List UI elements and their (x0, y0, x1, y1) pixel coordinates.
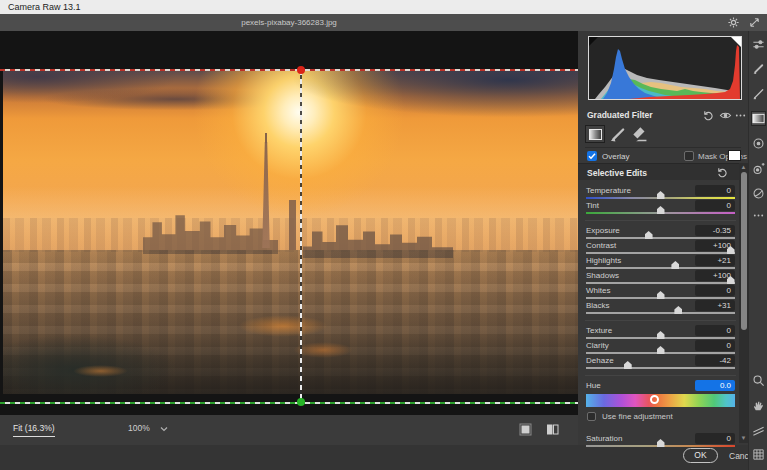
reset-icon[interactable] (702, 109, 715, 122)
saturation-slider-track[interactable] (586, 445, 735, 447)
straighten-tool-icon[interactable] (752, 424, 765, 437)
slider-thumb[interactable] (624, 361, 632, 369)
scroll-up-arrow-icon[interactable]: ▲ (740, 164, 747, 171)
hue-slider-strip[interactable] (586, 394, 735, 407)
graduated-filter-end-line[interactable] (0, 402, 578, 404)
shadow-clipping-indicator-icon[interactable] (589, 37, 598, 46)
photo-light-streak (293, 342, 353, 358)
photo-tower-antenna (265, 133, 267, 143)
camera-raw-window: Camera Raw 13.1 pexels-pixabay-366283.jp… (0, 0, 767, 470)
saturation-value-field[interactable]: 0 (695, 433, 735, 444)
slider-thumb[interactable] (674, 306, 682, 314)
slider-thumb[interactable] (657, 191, 665, 199)
slider-track[interactable] (586, 297, 735, 299)
slider-track[interactable] (586, 252, 735, 254)
slider-track[interactable] (586, 282, 735, 284)
zoom-fit-button[interactable]: Fit (16.3%) (13, 423, 55, 437)
graduated-filter-start-line[interactable] (0, 69, 578, 71)
slider-thumb[interactable] (671, 261, 679, 269)
reset-icon[interactable] (716, 166, 729, 179)
slider-row: Highlights +21 (586, 255, 735, 270)
slider-value-field[interactable]: -42 (695, 355, 735, 366)
fine-adjustment-checkbox[interactable] (587, 412, 596, 421)
slider-row: Whites 0 (586, 285, 735, 300)
scrollbar-thumb[interactable] (741, 172, 747, 330)
graduated-filter-axis-line[interactable] (300, 70, 302, 402)
slider-thumb[interactable] (657, 291, 665, 299)
panel-scrollbar[interactable]: ▲ ▼ (739, 163, 748, 443)
hue-slider-thumb[interactable] (650, 395, 659, 404)
slider-value-field[interactable]: 0 (695, 285, 735, 296)
slider-track[interactable] (586, 267, 735, 269)
slider-value-field[interactable]: 0 (695, 200, 735, 211)
graduated-filter-end-handle[interactable] (297, 398, 305, 406)
slider-value-field[interactable]: -0.35 (695, 225, 735, 236)
slider-track[interactable] (586, 352, 735, 354)
photo-light-streak (238, 315, 328, 337)
preview-toggle-icon[interactable] (518, 422, 533, 437)
slider-track[interactable] (586, 212, 735, 214)
graduated-filter-header: Graduated Filter (578, 107, 748, 125)
zoom-tool-icon[interactable] (752, 374, 765, 387)
scroll-down-arrow-icon[interactable]: ▼ (740, 435, 747, 442)
red-eye-tool-icon[interactable] (752, 162, 765, 175)
fullscreen-expand-icon[interactable] (748, 16, 761, 29)
photo-preview[interactable] (3, 70, 578, 394)
slider-thumb[interactable] (657, 206, 665, 214)
slider-track[interactable] (586, 367, 735, 369)
hue-value-field[interactable]: 0.0 (695, 380, 735, 391)
slider-thumb[interactable] (657, 331, 665, 339)
adjustment-brush-tool-icon[interactable] (752, 87, 765, 100)
edit-sliders-icon[interactable] (752, 38, 765, 51)
window-titlebar[interactable]: Camera Raw 13.1 (0, 0, 767, 14)
saturation-slider-thumb[interactable] (657, 439, 665, 447)
slider-value-field[interactable]: 0 (695, 340, 735, 351)
slider-track[interactable] (586, 337, 735, 339)
document-filename: pexels-pixabay-366283.jpg (0, 14, 578, 31)
slider-value-field[interactable]: +31 (695, 300, 735, 311)
more-tools-icon[interactable] (752, 209, 765, 222)
overlay-options-row: Overlay Mask Options (578, 150, 748, 164)
settings-gear-icon[interactable] (727, 16, 740, 29)
window-title: Camera Raw 13.1 (8, 2, 81, 12)
hue-label: Hue (586, 381, 601, 390)
slider-thumb[interactable] (657, 346, 665, 354)
hand-tool-icon[interactable] (752, 399, 765, 412)
slider-track[interactable] (586, 312, 735, 314)
before-after-view-icon[interactable] (545, 422, 560, 437)
divider (585, 147, 741, 148)
slider-label: Tint (586, 201, 599, 210)
more-options-icon[interactable] (734, 109, 747, 122)
slider-value-field[interactable]: 0 (695, 185, 735, 196)
slider-track[interactable] (586, 237, 735, 239)
image-canvas[interactable] (0, 31, 578, 415)
radial-filter-tool-icon[interactable] (752, 137, 765, 150)
overlay-checkbox[interactable] (587, 151, 597, 161)
histogram-plot (589, 37, 741, 99)
slider-thumb[interactable] (645, 231, 653, 239)
zoom-dropdown-chevron-icon[interactable] (160, 426, 168, 432)
zoom-100-button[interactable]: 100% (128, 423, 150, 433)
highlight-clipping-indicator-icon[interactable] (731, 37, 741, 47)
spot-removal-tool-icon[interactable] (752, 62, 765, 75)
graduated-filter-title: Graduated Filter (587, 110, 653, 120)
slider-value-field[interactable]: 0 (695, 325, 735, 336)
visibility-eye-icon[interactable] (719, 109, 732, 122)
document-header: pexels-pixabay-366283.jpg (0, 14, 767, 31)
grid-transform-tool-icon[interactable] (752, 448, 765, 461)
overlay-label: Overlay (602, 152, 630, 161)
ok-button[interactable]: OK (683, 448, 718, 463)
brush-tool-icon[interactable] (608, 125, 628, 143)
eraser-tool-icon[interactable] (630, 125, 650, 143)
slider-label: Blacks (586, 301, 610, 310)
slider-row: Shadows +100 (586, 270, 735, 285)
graduated-filter-tool-icon[interactable] (752, 112, 765, 125)
graduated-filter-tool-icon[interactable] (585, 125, 605, 143)
graduated-filter-start-handle[interactable] (297, 66, 305, 74)
slider-label: Exposure (586, 226, 620, 235)
mask-options-checkbox[interactable] (684, 151, 694, 161)
slider-track[interactable] (586, 197, 735, 199)
mask-color-swatch[interactable] (728, 150, 741, 161)
filter-sphere-tool-icon[interactable] (752, 187, 765, 200)
slider-value-field[interactable]: +21 (695, 255, 735, 266)
